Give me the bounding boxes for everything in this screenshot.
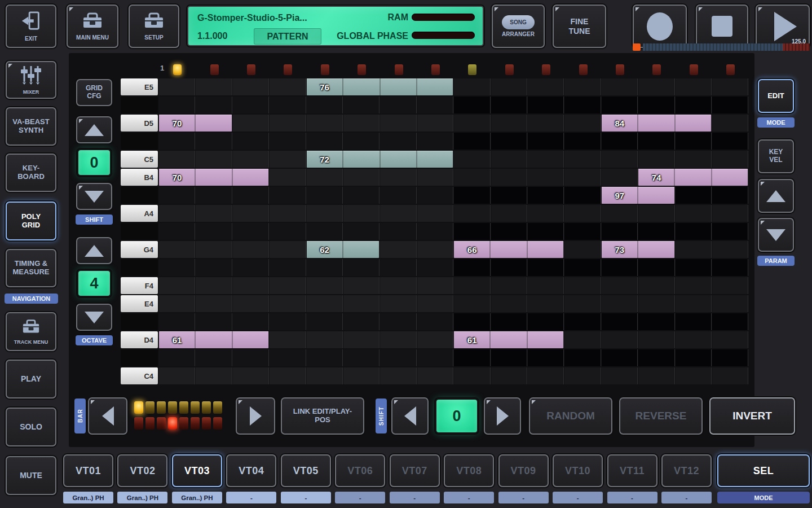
grid-cell[interactable] bbox=[638, 277, 674, 294]
track-button-vt10[interactable]: VT10 bbox=[553, 454, 603, 487]
grid-cell[interactable] bbox=[564, 169, 601, 186]
grid-cell[interactable] bbox=[491, 223, 527, 240]
grid-cell[interactable] bbox=[528, 259, 564, 276]
grid-cell[interactable] bbox=[528, 205, 564, 222]
shift-down-button[interactable] bbox=[76, 183, 112, 210]
grid-cell[interactable] bbox=[528, 151, 564, 168]
grid-cell[interactable] bbox=[454, 205, 490, 222]
grid-cell[interactable] bbox=[307, 223, 343, 240]
sidebar-item-keyboard[interactable]: KEY-BOARD bbox=[6, 154, 56, 192]
grid-cell[interactable] bbox=[343, 133, 379, 150]
grid-cell[interactable] bbox=[638, 97, 674, 113]
reverse-button[interactable]: REVERSE bbox=[619, 397, 703, 435]
grid-cell[interactable] bbox=[676, 151, 712, 168]
grid-cell[interactable] bbox=[159, 313, 195, 330]
grid-cell[interactable] bbox=[564, 331, 601, 348]
grid-cell[interactable] bbox=[712, 78, 748, 95]
octave-up-button[interactable] bbox=[76, 237, 112, 264]
grid-cell[interactable] bbox=[676, 295, 712, 312]
accent-red-icon[interactable] bbox=[542, 64, 550, 75]
grid-cell[interactable] bbox=[307, 205, 343, 222]
accent-red-icon[interactable] bbox=[690, 64, 698, 75]
grid-cell[interactable] bbox=[343, 295, 379, 312]
track-button-vt11[interactable]: VT11 bbox=[607, 454, 657, 487]
invert-button[interactable]: INVERT bbox=[709, 397, 795, 435]
grid-cell[interactable] bbox=[676, 277, 712, 294]
grid-cell[interactable] bbox=[343, 349, 379, 366]
grid-cell[interactable] bbox=[233, 223, 269, 240]
grid-cell[interactable] bbox=[343, 277, 379, 294]
song-arranger-button[interactable]: SONG ARRANGER bbox=[492, 5, 545, 48]
accent-red-icon[interactable] bbox=[726, 64, 735, 75]
piano-key-black[interactable] bbox=[121, 187, 158, 204]
grid-cell[interactable] bbox=[417, 169, 453, 186]
sidebar-item-mute[interactable]: MUTE bbox=[6, 456, 56, 495]
grid-cell[interactable] bbox=[159, 277, 195, 294]
grid-cell[interactable] bbox=[159, 78, 195, 95]
param-up-button[interactable] bbox=[758, 179, 794, 213]
grid-cell[interactable] bbox=[638, 313, 674, 330]
grid-cell[interactable] bbox=[417, 331, 453, 348]
piano-key-black[interactable] bbox=[121, 223, 158, 240]
grid-cell[interactable] bbox=[638, 349, 674, 366]
grid-cell[interactable] bbox=[270, 97, 306, 113]
grid-cell[interactable] bbox=[638, 151, 674, 168]
note-cell[interactable]: 61 bbox=[159, 331, 268, 348]
grid-cell[interactable] bbox=[380, 349, 416, 366]
grid-cell[interactable] bbox=[491, 349, 527, 366]
grid-cell[interactable] bbox=[196, 78, 232, 95]
grid-cell[interactable] bbox=[676, 133, 712, 150]
grid-cell[interactable] bbox=[380, 205, 416, 222]
pos-shift-left-button[interactable] bbox=[391, 397, 429, 435]
grid-cell[interactable] bbox=[380, 367, 416, 384]
grid-cell[interactable] bbox=[454, 313, 490, 330]
grid-cell[interactable] bbox=[233, 133, 269, 150]
grid-cell[interactable] bbox=[417, 241, 453, 258]
grid-cell[interactable] bbox=[602, 277, 638, 294]
grid-cell[interactable] bbox=[196, 151, 232, 168]
track-sel-button[interactable]: SEL bbox=[717, 454, 810, 487]
accent-gold-icon[interactable] bbox=[173, 64, 182, 75]
grid-cell[interactable] bbox=[233, 313, 269, 330]
grid-cell[interactable] bbox=[676, 97, 712, 113]
grid-cell[interactable] bbox=[638, 205, 674, 222]
grid-cell[interactable] bbox=[233, 78, 269, 95]
play-button[interactable]: 125.0 bbox=[756, 5, 810, 48]
grid-cell[interactable] bbox=[233, 187, 269, 204]
grid-cell[interactable] bbox=[676, 313, 712, 330]
grid-cell[interactable] bbox=[417, 187, 453, 204]
grid-cell[interactable] bbox=[676, 349, 712, 366]
piano-key-black[interactable] bbox=[121, 349, 158, 366]
grid-cell[interactable] bbox=[676, 187, 712, 204]
grid-cell[interactable] bbox=[196, 133, 232, 150]
grid-cell[interactable] bbox=[454, 133, 490, 150]
accent-red-icon[interactable] bbox=[395, 64, 403, 75]
grid-cell[interactable] bbox=[638, 259, 674, 276]
grid-cell[interactable] bbox=[602, 133, 638, 150]
piano-key-e4[interactable]: E4 bbox=[121, 295, 158, 312]
grid-cell[interactable] bbox=[712, 295, 748, 312]
grid-cell[interactable] bbox=[564, 313, 601, 330]
edit-mode-button[interactable]: EDIT bbox=[758, 79, 794, 113]
bar-next-button[interactable] bbox=[236, 397, 275, 435]
grid-cell[interactable] bbox=[159, 259, 195, 276]
bar-prev-button[interactable] bbox=[88, 397, 127, 435]
piano-key-c5[interactable]: C5 bbox=[121, 151, 158, 168]
grid-cell[interactable] bbox=[233, 259, 269, 276]
setup-button[interactable]: SETUP bbox=[129, 5, 179, 48]
grid-cell[interactable] bbox=[343, 115, 379, 132]
grid-cell[interactable] bbox=[454, 169, 490, 186]
grid-cell[interactable] bbox=[307, 133, 343, 150]
grid-cell[interactable] bbox=[676, 205, 712, 222]
grid-cell[interactable] bbox=[454, 97, 490, 113]
random-button[interactable]: RANDOM bbox=[529, 397, 612, 435]
grid-cell[interactable] bbox=[196, 187, 232, 204]
grid-cell[interactable] bbox=[343, 187, 379, 204]
grid-cell[interactable] bbox=[528, 169, 564, 186]
grid-cell[interactable] bbox=[270, 331, 306, 348]
grid-cell[interactable] bbox=[380, 223, 416, 240]
grid-cell[interactable] bbox=[638, 367, 674, 384]
sidebar-item-poly-grid[interactable]: POLY GRID bbox=[6, 202, 56, 240]
grid-cell[interactable] bbox=[270, 259, 306, 276]
grid-cell[interactable] bbox=[307, 313, 343, 330]
